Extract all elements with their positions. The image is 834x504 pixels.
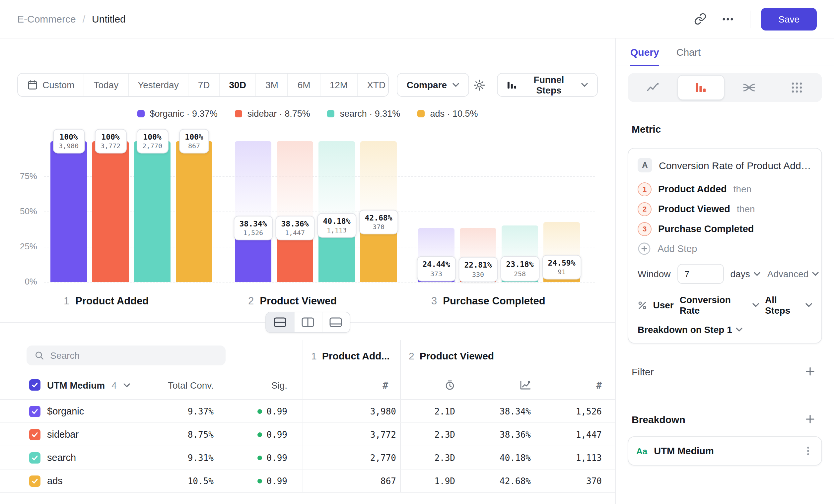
advanced-toggle[interactable]: Advanced xyxy=(767,269,819,279)
all-steps-select[interactable]: All Steps xyxy=(765,294,812,316)
step1-count-header[interactable]: # xyxy=(303,371,400,399)
funnel-bar[interactable] xyxy=(134,141,171,282)
step2-time: 2.3D xyxy=(400,446,459,469)
range-button-30d[interactable]: 30D xyxy=(219,74,256,96)
more-menu-button[interactable] xyxy=(717,8,739,30)
gear-icon xyxy=(473,78,486,91)
chart-type-dropdown[interactable]: Funnel Steps xyxy=(497,73,598,97)
range-button-7d[interactable]: 7D xyxy=(188,74,219,96)
add-step-button[interactable]: Add Step xyxy=(638,239,812,259)
search-box[interactable] xyxy=(26,345,225,365)
bar-value-card: 100%2,770 xyxy=(136,129,168,154)
kebab-menu-icon[interactable] xyxy=(803,445,813,456)
chart-type-matrix-icon[interactable] xyxy=(774,75,820,100)
funnel-step-row[interactable]: 1Product Addedthen xyxy=(638,179,812,199)
chart-type-funnel-icon[interactable] xyxy=(678,75,725,100)
chevron-down-icon xyxy=(452,83,459,87)
chart-settings-button[interactable] xyxy=(469,74,490,96)
chevron-down-icon xyxy=(806,303,812,307)
legend-item-1[interactable]: $organic · 9.37% xyxy=(137,108,218,119)
significance-value: 0.99 xyxy=(218,400,303,422)
step2-time-header[interactable] xyxy=(400,371,459,399)
search-input[interactable] xyxy=(50,350,218,361)
legend-item-4[interactable]: ads · 10.5% xyxy=(417,108,478,119)
range-button-6m[interactable]: 6M xyxy=(288,74,320,96)
step2-time: 1.9D xyxy=(400,469,459,492)
metric-title-row: A Conversion Rate of Product Adde... xyxy=(638,157,812,179)
funnel-bar-remainder xyxy=(277,141,313,228)
row-name: $organic xyxy=(47,406,84,416)
bar-count: 1,526 xyxy=(239,228,267,237)
range-button-today[interactable]: Today xyxy=(84,74,128,96)
funnel-chart: 75%50%25%0%100%3,98038.34%1,52624.44%373… xyxy=(17,119,598,311)
row-checkbox[interactable] xyxy=(29,452,41,463)
table-row: sidebar8.75%0.993,7722.3D38.36%1,447 xyxy=(0,423,615,446)
total-conversion-value: 10.5% xyxy=(151,469,218,492)
range-button-12m[interactable]: 12M xyxy=(320,74,357,96)
share-link-button[interactable] xyxy=(689,8,711,30)
layout-toggle-group xyxy=(265,312,350,333)
legend-item-3[interactable]: search · 9.31% xyxy=(327,108,400,119)
metric-title[interactable]: Conversion Rate of Product Adde... xyxy=(659,160,812,171)
bar-count: 370 xyxy=(365,222,392,231)
layout-split-rows-button[interactable] xyxy=(266,312,293,332)
significance-dot xyxy=(257,409,262,413)
select-all-checkbox[interactable] xyxy=(29,379,41,391)
range-button-yesterday[interactable]: Yesterday xyxy=(128,74,188,96)
funnel-step-row[interactable]: 3Purchase Completed xyxy=(638,219,812,239)
filter-section: Filter xyxy=(632,363,818,379)
bar-value-card: 38.36%1,447 xyxy=(275,215,314,240)
custom-date-button[interactable]: Custom xyxy=(18,74,84,96)
save-button[interactable]: Save xyxy=(761,8,817,30)
row-checkbox[interactable] xyxy=(29,429,41,440)
breakdown-item[interactable]: Aa UTM Medium xyxy=(628,436,822,465)
breadcrumb-title[interactable]: Untitled xyxy=(92,13,126,25)
bar-count: 330 xyxy=(464,270,492,278)
add-breakdown-button[interactable] xyxy=(802,411,818,427)
group-column-label[interactable]: UTM Medium xyxy=(47,380,105,390)
significance-header[interactable]: Sig. xyxy=(218,371,303,399)
add-filter-button[interactable] xyxy=(802,363,818,379)
window-value-input[interactable] xyxy=(677,264,724,284)
bar-count: 258 xyxy=(506,269,533,278)
table-row: $organic9.37%0.993,9802.1D38.34%1,526 xyxy=(0,400,615,423)
tab-chart[interactable]: Chart xyxy=(676,39,701,66)
bar-conversion-pct: 100% xyxy=(185,132,203,142)
row-checkbox[interactable] xyxy=(29,406,41,417)
breadcrumb-project[interactable]: E-Commerce xyxy=(17,13,76,25)
chart-type-flow-icon[interactable] xyxy=(726,75,772,100)
tab-query[interactable]: Query xyxy=(630,39,659,66)
check-icon xyxy=(31,431,39,438)
chart-type-line-icon[interactable] xyxy=(630,75,676,100)
step2-count: 1,447 xyxy=(535,423,606,445)
y-axis-label: 75% xyxy=(13,171,37,181)
breakdown-on-step-select[interactable]: Breakdown on Step 1 xyxy=(638,324,812,335)
total-conversion-header[interactable]: Total Conv. xyxy=(151,371,218,399)
funnel-bar[interactable] xyxy=(176,141,212,282)
legend-item-2[interactable]: sidebar · 8.75% xyxy=(235,108,310,119)
measure-user-label[interactable]: User xyxy=(653,300,674,311)
funnel-bar[interactable] xyxy=(92,141,129,282)
layout-split-columns-button[interactable] xyxy=(293,312,322,332)
compare-button[interactable]: Compare xyxy=(397,73,469,97)
legend-swatch xyxy=(235,110,242,117)
window-unit-select[interactable]: days xyxy=(730,269,761,279)
conversion-rate-select[interactable]: Conversion Rate xyxy=(680,294,759,316)
row-checkbox[interactable] xyxy=(29,475,41,486)
step2-conversion-header[interactable] xyxy=(459,371,535,399)
step2-count-header[interactable]: # xyxy=(535,371,606,399)
funnel-bar[interactable] xyxy=(50,141,87,282)
row-name-cell: $organic xyxy=(0,400,151,422)
y-axis-label: 0% xyxy=(13,277,37,287)
bar-count: 867 xyxy=(185,142,203,150)
legend-label: search · 9.31% xyxy=(340,109,400,118)
legend-swatch xyxy=(327,110,335,117)
bar-count: 2,770 xyxy=(142,142,162,150)
significance-value: 0.99 xyxy=(218,446,303,469)
funnel-step-row[interactable]: 2Product Viewedthen xyxy=(638,199,812,219)
range-button-xtd[interactable]: XTD xyxy=(357,74,389,96)
chevron-down-icon[interactable] xyxy=(124,383,130,387)
step2-count: 370 xyxy=(535,469,606,492)
layout-bottom-panel-button[interactable] xyxy=(322,312,349,332)
range-button-3m[interactable]: 3M xyxy=(256,74,288,96)
